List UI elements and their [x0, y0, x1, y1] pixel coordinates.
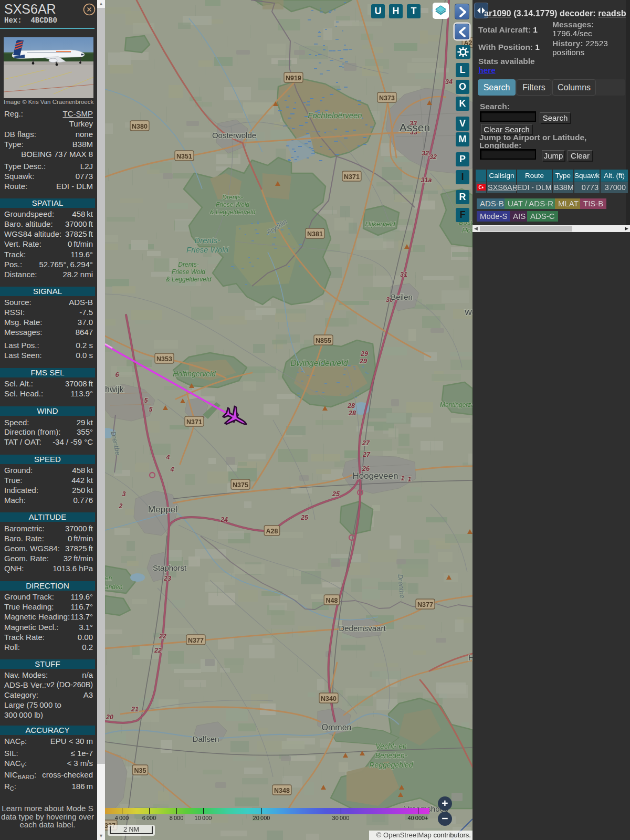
svg-text:N371: N371 — [344, 173, 360, 181]
svg-text:N353: N353 — [156, 355, 172, 363]
svg-text:Friese Wold: Friese Wold — [216, 201, 249, 208]
svg-text:6: 6 — [116, 371, 120, 379]
svg-text:32: 32 — [429, 153, 437, 161]
svg-text:4: 4 — [166, 454, 170, 461]
svg-text:2: 2 — [119, 502, 123, 510]
svg-text:A28: A28 — [266, 528, 278, 535]
svg-text:28: 28 — [348, 410, 356, 417]
svg-text:Assen: Assen — [400, 121, 430, 133]
svg-text:Vecht- en: Vecht- en — [375, 742, 407, 750]
svg-text:28: 28 — [347, 402, 355, 410]
svg-text:22: 22 — [159, 633, 166, 640]
svg-text:& Leggelderveld: & Leggelderveld — [210, 208, 256, 216]
svg-text:Drents-: Drents- — [178, 261, 198, 268]
svg-text:Holtingerveld: Holtingerveld — [173, 370, 216, 378]
svg-text:Drents-: Drents- — [194, 236, 220, 245]
svg-text:N35: N35 — [134, 767, 146, 774]
svg-text:29: 29 — [360, 350, 368, 358]
svg-text:1: 1 — [408, 476, 412, 483]
svg-text:hwijk: hwijk — [105, 385, 124, 394]
svg-text:& Leggelderveld: & Leggelderveld — [166, 276, 212, 283]
svg-text:N919: N919 — [286, 75, 301, 82]
svg-text:Friese Wold: Friese Wold — [172, 268, 205, 276]
svg-text:20: 20 — [106, 713, 113, 721]
svg-text:Staphorst: Staphorst — [153, 563, 187, 572]
svg-text:N377: N377 — [188, 637, 204, 644]
svg-text:N377: N377 — [417, 601, 433, 608]
svg-text:N375: N375 — [233, 481, 248, 489]
svg-text:5: 5 — [144, 397, 149, 404]
svg-text:Meppel: Meppel — [148, 505, 177, 514]
svg-text:Ommen: Ommen — [322, 723, 352, 732]
svg-text:21: 21 — [131, 706, 139, 713]
svg-text:N381: N381 — [307, 230, 323, 238]
svg-text:27: 27 — [362, 451, 371, 458]
svg-text:anden: anden — [105, 583, 123, 591]
svg-text:Dalfsen: Dalfsen — [193, 734, 219, 743]
svg-text:Friese Wold: Friese Wold — [186, 245, 229, 254]
svg-text:Reggegebied: Reggegebied — [369, 761, 414, 769]
svg-text:34: 34 — [445, 78, 453, 86]
svg-text:Oosterwolde: Oosterwolde — [212, 131, 256, 140]
svg-text:Fochteloërveen: Fochteloërveen — [308, 111, 362, 120]
svg-text:Wes: Wes — [465, 308, 472, 317]
svg-text:5: 5 — [149, 406, 153, 413]
svg-text:Dwingelderveld: Dwingelderveld — [290, 359, 348, 368]
svg-text:N348: N348 — [274, 787, 290, 794]
svg-text:23: 23 — [163, 575, 171, 582]
svg-text:N855: N855 — [316, 337, 331, 344]
svg-text:29: 29 — [359, 358, 367, 365]
svg-text:25: 25 — [332, 490, 340, 498]
svg-text:32: 32 — [422, 150, 429, 157]
svg-text:N351: N351 — [176, 153, 192, 160]
svg-text:22: 22 — [154, 647, 162, 654]
svg-text:1: 1 — [401, 475, 405, 482]
svg-text:Mantingerzan: Mantingerzan — [440, 401, 472, 408]
svg-text:N380: N380 — [132, 123, 148, 130]
svg-text:H: H — [468, 653, 472, 662]
svg-text:27: 27 — [362, 439, 370, 447]
svg-text:en: en — [105, 574, 112, 582]
svg-text:31a: 31a — [421, 176, 432, 184]
svg-text:Hoogh: Hoogh — [462, 226, 472, 234]
svg-text:Beilen: Beilen — [391, 292, 413, 301]
svg-text:N371: N371 — [186, 418, 202, 426]
svg-text:24: 24 — [220, 516, 228, 523]
svg-text:Dedemsvaart: Dedemsvaart — [339, 624, 386, 633]
svg-text:N373: N373 — [379, 94, 395, 102]
svg-text:Hoogeveen: Hoogeveen — [353, 471, 398, 481]
svg-text:N48: N48 — [326, 597, 338, 604]
svg-text:N340: N340 — [321, 695, 337, 702]
svg-text:31: 31 — [400, 271, 407, 278]
svg-text:3: 3 — [122, 490, 126, 498]
svg-text:Drents-: Drents- — [222, 194, 243, 201]
svg-text:Hijkerveld: Hijkerveld — [365, 220, 395, 228]
svg-text:25: 25 — [300, 514, 309, 521]
svg-text:4: 4 — [170, 466, 174, 473]
svg-text:Beneden-: Beneden- — [375, 751, 407, 760]
